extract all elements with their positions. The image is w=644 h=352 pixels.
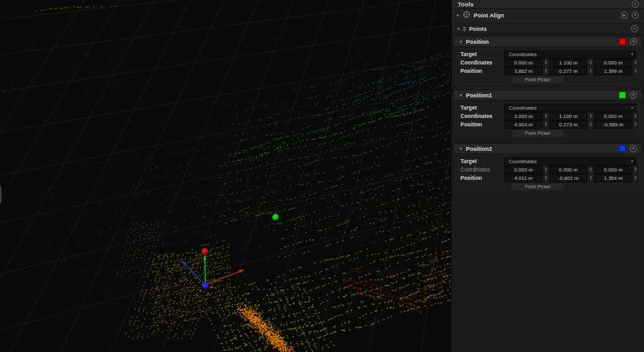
position-x-input[interactable]: 4.011 m (504, 174, 543, 182)
position-z-input[interactable]: 1.399 m (594, 67, 632, 75)
stepper-control[interactable]: ▲▼ (543, 167, 549, 172)
stepper-control[interactable]: ▲▼ (543, 68, 549, 73)
tools-panel: Tools + ▾ Point Align ▶ ✕ (451, 0, 644, 352)
position-x-input[interactable]: 4.003 m (504, 121, 543, 129)
stepper-control[interactable]: ▲▼ (543, 113, 549, 119)
stepper-control[interactable]: ▲▼ (587, 113, 594, 119)
stepper-control[interactable]: ▲▼ (587, 175, 594, 181)
tool-header-point-align[interactable]: ▾ Point Align ▶ ✕ (451, 9, 644, 22)
coordinate-x-input[interactable]: 2.000 m (504, 112, 543, 121)
position-label: Position (454, 121, 504, 128)
marker-color-swatch-green[interactable] (619, 92, 626, 99)
tool-title: Point Align (474, 12, 504, 19)
coordinate-z-input[interactable]: 0.000 m (594, 166, 632, 174)
dropdown-caret-icon: ▾ (631, 159, 633, 163)
position-y-input[interactable]: 0.273 m (549, 121, 588, 129)
target-select[interactable]: Coordinates ▾ (504, 50, 636, 59)
marker-color-swatch-blue[interactable] (619, 145, 626, 152)
group-header[interactable]: ▾ Position ✕ (454, 37, 641, 47)
group-header[interactable]: ▾ Position1 ✕ (454, 90, 641, 101)
close-tool-icon[interactable]: ✕ (632, 12, 639, 19)
chevron-down-icon[interactable]: ▾ (460, 93, 462, 97)
group-header[interactable]: ▾ Position2 ✕ (454, 144, 641, 154)
position-label: Position (454, 175, 504, 181)
stepper-control[interactable]: ▲▼ (587, 60, 594, 65)
point-cloud-canvas[interactable] (0, 0, 451, 352)
target-label: Target (454, 51, 504, 57)
target-row: Target Coordinates ▾ (454, 50, 641, 58)
position-z-input[interactable]: 1.354 m (594, 174, 632, 182)
target-select[interactable]: Coordinates ▾ (504, 157, 636, 166)
coordinate-y-input[interactable]: 0.000 m (549, 166, 588, 174)
stepper-control[interactable]: ▲▼ (543, 175, 549, 181)
position-y-input[interactable]: -0.801 m (549, 174, 588, 182)
stepper-control[interactable]: ▲▼ (632, 167, 639, 172)
run-tool-icon[interactable]: ▶ (621, 12, 628, 19)
position-group-0: ▾ Position ✕ Target Coordinates ▾ (453, 36, 642, 86)
picked-point-marker-green[interactable] (272, 214, 279, 220)
point-picker-button[interactable]: Point Picker (512, 184, 564, 190)
point-cloud-tool-app: Tools + ▾ Point Align ▶ ✕ (0, 0, 644, 352)
stepper-control[interactable]: ▲▼ (587, 167, 594, 172)
add-tool-icon[interactable]: + (632, 1, 639, 8)
add-point-icon[interactable]: + (631, 25, 638, 32)
coordinate-x-input[interactable]: 0.000 m (504, 166, 543, 174)
chevron-down-icon[interactable]: ▾ (457, 13, 459, 17)
group-body: Target Coordinates ▾ Coordinates 0.000 m… (454, 47, 641, 86)
picker-row: Point Picker (454, 130, 641, 137)
coordinate-z-input[interactable]: 0.000 m (594, 112, 632, 121)
coordinates-row: Coordinates 0.000 m ▲▼ 0.000 m ▲▼ 0.000 … (454, 166, 641, 173)
stepper-control[interactable]: ▲▼ (543, 60, 549, 65)
stepper-control[interactable]: ▲▼ (587, 122, 594, 127)
stepper-control[interactable]: ▲▼ (543, 122, 549, 127)
position-label: Position (454, 68, 504, 74)
group-body: Target Coordinates ▾ Coordinates 0.000 m… (454, 154, 641, 193)
target-row: Target Coordinates ▾ (454, 104, 641, 112)
dropdown-caret-icon: ▾ (631, 106, 633, 110)
remove-group-icon[interactable]: ✕ (630, 92, 637, 99)
panel-header: Tools + (451, 0, 644, 9)
coordinates-row: Coordinates 0.000 m ▲▼ 1.100 m ▲▼ 0.000 … (454, 59, 641, 66)
picked-point-marker-blue[interactable] (202, 282, 209, 289)
coordinate-y-input[interactable]: 1.100 m (549, 59, 588, 67)
position-z-input[interactable]: -0.589 m (594, 121, 632, 129)
remove-group-icon[interactable]: ✕ (630, 145, 637, 152)
viewport-3d[interactable] (0, 0, 451, 352)
coordinate-z-input[interactable]: 0.000 m (594, 59, 632, 67)
stepper-control[interactable]: ▲▼ (632, 122, 639, 127)
chevron-down-icon[interactable]: ▾ (460, 146, 462, 151)
group-title: Position2 (466, 146, 493, 152)
position-y-input[interactable]: 0.277 m (549, 67, 588, 75)
coordinates-label: Coordinates (454, 59, 504, 66)
coordinates-row: Coordinates 2.000 m ▲▼ 1.100 m ▲▼ 0.000 … (454, 112, 641, 120)
point-picker-button[interactable]: Point Picker (512, 130, 564, 137)
stepper-control[interactable]: ▲▼ (587, 68, 594, 73)
coordinate-x-input[interactable]: 0.000 m (504, 59, 543, 67)
coordinate-y-input[interactable]: 1.100 m (549, 112, 588, 121)
target-label: Target (454, 158, 504, 164)
position-row: Position 4.003 m ▲▼ 0.273 m ▲▼ -0.589 m … (454, 121, 641, 128)
target-select[interactable]: Coordinates ▾ (504, 104, 636, 112)
dropdown-caret-icon: ▾ (631, 52, 633, 56)
remove-group-icon[interactable]: ✕ (630, 38, 637, 45)
stepper-control[interactable]: ▲▼ (632, 175, 639, 181)
position-group-2: ▾ Position2 ✕ Target Coordinates ▾ (453, 143, 642, 193)
picker-row: Point Picker (454, 76, 641, 83)
point-align-tool-icon (463, 11, 470, 19)
group-title: Position1 (466, 92, 493, 99)
position-x-input[interactable]: 3.862 m (504, 67, 543, 75)
stepper-control[interactable]: ▲▼ (632, 60, 639, 65)
stepper-control[interactable]: ▲▼ (632, 113, 639, 119)
stepper-control[interactable]: ▲▼ (632, 68, 639, 73)
position-group-1: ▾ Position1 ✕ Target Coordinates ▾ (453, 90, 642, 140)
target-row: Target Coordinates ▾ (454, 157, 641, 165)
picker-row: Point Picker (454, 183, 641, 190)
points-count: 3 (463, 26, 466, 32)
point-picker-button[interactable]: Point Picker (512, 77, 564, 83)
marker-color-swatch-red[interactable] (619, 38, 626, 45)
chevron-down-icon[interactable]: ▾ (460, 39, 462, 44)
chevron-down-icon[interactable]: ▾ (457, 26, 460, 31)
picked-point-marker-red[interactable] (202, 248, 208, 255)
points-group-header[interactable]: ▾ 3 Points + (453, 24, 643, 34)
coordinates-label: Coordinates (454, 113, 504, 119)
